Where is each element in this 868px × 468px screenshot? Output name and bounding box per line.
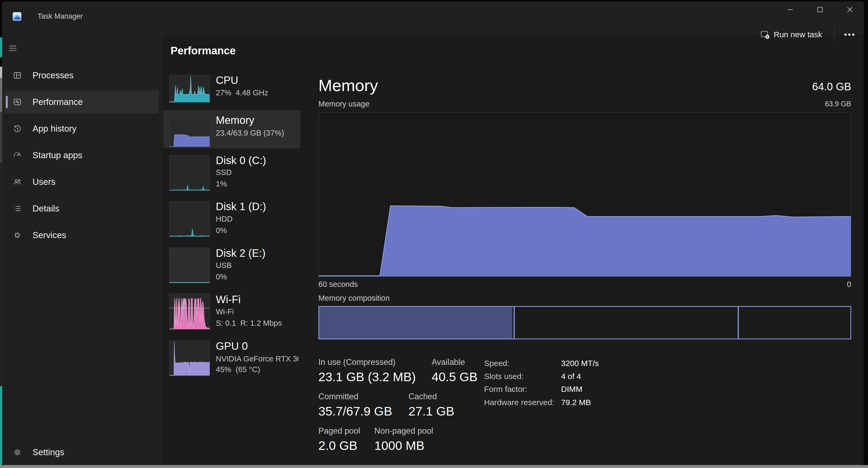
tile-subtitle2: S: 0.1 R: 1.2 Mbps [216,319,282,327]
tile-title: Memory [216,114,254,126]
stat-label-cached: Cached [408,392,437,401]
sidebar-item-label: Startup apps [32,150,82,160]
composition-inuse-segment [319,307,512,339]
selected-accent-bar [6,96,8,108]
tile-cpu[interactable]: CPU 27% 4.48 GHz [163,71,300,111]
stat-value-form-factor: DIMM [561,385,582,394]
sidebar-item-label: App history [32,124,76,134]
cpu-sparkline [169,75,210,102]
hamburger-icon [8,44,18,53]
page-title: Performance [170,45,236,57]
stat-value-available: 40.5 GB [432,369,477,384]
sidebar-item-performance[interactable]: Performance [4,90,159,114]
stat-label-hardware-reserved: Hardware reserved: [484,398,554,407]
close-button[interactable] [837,2,862,18]
performance-icon [13,97,22,106]
tile-subtitle: NVIDIA GeForce RTX 30 [216,354,299,363]
run-new-task-label: Run new task [774,30,822,39]
tile-disk1[interactable]: Disk 1 (D:) HDD 0% [163,197,300,244]
users-icon [13,178,22,186]
memory-composition-label: Memory composition [318,294,390,303]
sidebar-item-label: Users [32,177,55,187]
stat-value-cached: 27.1 GB [408,404,454,418]
sidebar-item-app-history[interactable]: App history [4,117,159,141]
tile-subtitle: Wi-Fi [216,307,234,316]
gpu-sparkline [169,340,210,376]
stat-value-speed: 3200 MT/s [561,359,599,368]
tile-title: Disk 2 (E:) [216,247,266,259]
memory-capacity: 64.0 GB [812,81,851,93]
processes-icon [13,71,22,80]
stat-label-paged: Paged pool [318,426,360,436]
stat-label-speed: Speed: [484,359,509,368]
memory-heading: Memory [318,76,378,95]
desktop-edge-mid [0,78,2,112]
tile-subtitle2: 0% [216,273,227,281]
disk0-sparkline [169,155,210,191]
desktop-edge-light [0,67,2,78]
tile-subtitle2: 1% [216,180,227,188]
memory-sparkline [169,119,210,147]
tile-subtitle: 27% 4.48 GHz [216,88,268,97]
tile-memory[interactable]: Memory 23.4/63.9 GB (37%) [163,110,300,148]
stat-label-in-use: In use (Compressed) [318,357,395,367]
stat-label-slots: Slots used: [484,372,524,381]
run-new-task-button[interactable]: Run new task [755,26,828,44]
minimize-button[interactable] [778,2,803,18]
minimize-icon [787,6,794,13]
tile-subtitle2: 45% (65 °C) [216,365,260,374]
more-options-button[interactable]: ••• [839,26,861,44]
tile-title: Disk 1 (D:) [216,200,266,213]
chart-x-right-label: 0 [847,280,851,289]
details-icon [13,204,22,213]
disk2-sparkline [169,247,210,283]
desktop-edge-teal-bottom [0,386,2,465]
task-manager-app-icon [12,12,22,21]
maximize-button[interactable] [808,2,833,18]
nav-menu-button[interactable] [4,39,21,57]
app-history-icon [13,124,22,133]
startup-apps-icon [13,151,22,160]
tile-gpu[interactable]: GPU 0 NVIDIA GeForce RTX 30 45% (65 °C) [163,336,300,382]
stat-label-committed: Committed [318,392,358,401]
stat-label-nonpaged: Non-paged pool [374,426,433,436]
desktop-taskbar-strip [0,465,868,468]
stat-label-form-factor: Form factor: [484,385,527,394]
desktop-edge-dark [0,112,2,162]
sidebar-item-processes[interactable]: Processes [4,64,159,87]
sidebar-item-label: Services [32,230,66,240]
wifi-sparkline [169,294,210,330]
sidebar-item-users[interactable]: Users [4,170,159,194]
tile-subtitle: SSD [216,168,232,177]
sidebar-item-label: Details [32,204,59,214]
memory-usage-label: Memory usage [318,100,370,108]
sidebar-item-startup-apps[interactable]: Startup apps [4,144,159,167]
disk1-sparkline [169,201,210,237]
maximize-icon [816,6,824,13]
memory-usage-chart [318,113,851,277]
tile-title: CPU [216,74,238,86]
sidebar-item-label: Processes [32,70,73,81]
app-title: Task Manager [37,12,83,21]
memory-composition-bar[interactable] [318,306,851,339]
tile-subtitle: 23.4/63.9 GB (37%) [216,129,284,137]
stat-value-committed: 35.7/67.9 GB [318,404,392,418]
sidebar-item-details[interactable]: Details [4,197,159,220]
titlebar[interactable] [2,2,864,20]
gear-icon [13,448,22,457]
desktop-edge-dim [0,162,2,386]
sidebar-item-label: Settings [32,447,64,457]
tile-title: Wi-Fi [216,293,241,306]
stat-value-slots: 4 of 4 [561,372,581,381]
tile-title: GPU 0 [216,340,248,352]
sidebar-item-settings[interactable]: Settings [4,441,159,464]
tile-subtitle: HDD [216,215,232,223]
header-separator [834,25,835,44]
tile-disk0[interactable]: Disk 0 (C:) SSD 1% [163,151,300,197]
tile-disk2[interactable]: Disk 2 (E:) USB 0% [163,244,300,290]
sidebar-item-services[interactable]: Services [4,223,159,247]
chart-x-left-label: 60 seconds [318,280,358,289]
tile-wifi[interactable]: Wi-Fi Wi-Fi S: 0.1 R: 1.2 Mbps [163,290,300,336]
composition-divider-inuse [514,307,515,339]
sidebar-item-label: Performance [32,97,83,107]
